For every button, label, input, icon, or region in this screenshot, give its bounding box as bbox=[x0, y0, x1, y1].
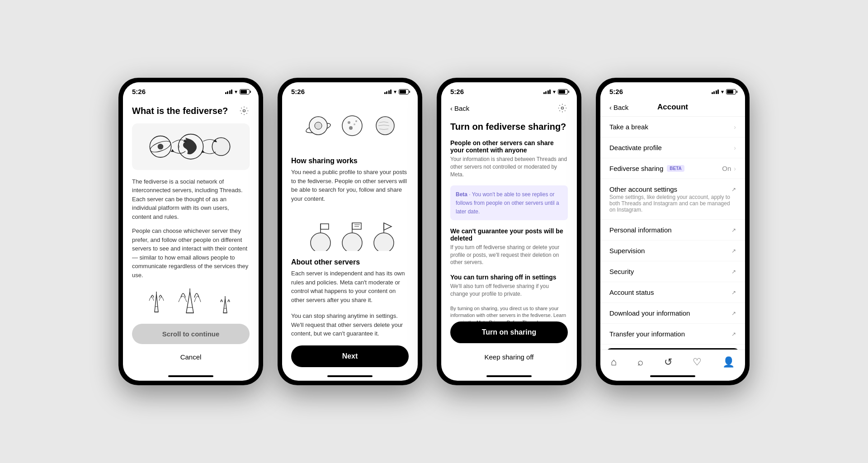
svg-point-20 bbox=[354, 123, 355, 125]
battery-icon-3 bbox=[558, 89, 568, 94]
menu-item-take-a-break[interactable]: Take a break › bbox=[600, 117, 745, 137]
signal-icon-3 bbox=[543, 90, 551, 94]
planets-illustration bbox=[291, 102, 409, 150]
wifi-icon-1: ▾ bbox=[235, 89, 237, 95]
back-button-3[interactable]: ‹ Back bbox=[450, 104, 469, 112]
legal-text: By turning on sharing, you direct us to … bbox=[450, 305, 568, 321]
chevron-right-icon-2: › bbox=[734, 144, 736, 151]
chevron-right-icon-3: › bbox=[734, 165, 736, 172]
home-nav-icon[interactable]: ⌂ bbox=[605, 354, 622, 370]
status-icons-2: ▾ bbox=[384, 89, 409, 95]
menu-item-security[interactable]: Security ↗ bbox=[600, 261, 745, 282]
phone4-nav: ⌂ ⌕ ↺ ♡ 👤 bbox=[600, 350, 745, 372]
svg-point-18 bbox=[342, 116, 362, 136]
menu-item-transfer-info[interactable]: Transfer your information ↗ bbox=[600, 324, 745, 345]
svg-point-3 bbox=[158, 144, 164, 150]
profile-nav-icon[interactable]: 👤 bbox=[717, 354, 740, 370]
keep-sharing-off-button[interactable]: Keep sharing off bbox=[450, 348, 568, 366]
settings-icon-3[interactable] bbox=[557, 103, 568, 113]
home-bar-1 bbox=[123, 372, 259, 381]
phone1-desc1: The fediverse is a social network of int… bbox=[132, 177, 250, 222]
status-icons-3: ▾ bbox=[543, 89, 568, 95]
signal-icon-2 bbox=[384, 90, 392, 94]
battery-icon-4 bbox=[726, 89, 736, 94]
phone2-section2-title: About other servers bbox=[291, 258, 409, 266]
svg-point-32 bbox=[374, 233, 394, 251]
phone3-title: Turn on fediverse sharing? bbox=[450, 122, 568, 132]
status-icons-1: ▾ bbox=[225, 89, 250, 95]
back-button-4[interactable]: ‹ Back bbox=[609, 104, 637, 111]
search-nav-icon[interactable]: ⌕ bbox=[632, 354, 649, 370]
sharing-item-2-text: If you turn off fediverse sharing or del… bbox=[450, 244, 568, 266]
svg-point-34 bbox=[561, 107, 564, 109]
svg-point-0 bbox=[243, 110, 245, 112]
menu-item-account-status[interactable]: Account status ↗ bbox=[600, 282, 745, 303]
svg-point-22 bbox=[355, 120, 357, 122]
notifications-nav-icon[interactable]: ♡ bbox=[687, 354, 707, 370]
battery-icon-2 bbox=[399, 89, 409, 94]
status-bar-1: 5:26 ▾ bbox=[123, 82, 259, 98]
chevron-left-icon-3: ‹ bbox=[450, 104, 453, 112]
external-link-icon-7: ↗ bbox=[731, 331, 736, 337]
phone-2: 5:26 ▾ bbox=[278, 78, 422, 385]
phone4-header: ‹ Back Account bbox=[600, 98, 745, 117]
settings-icon[interactable] bbox=[239, 105, 250, 116]
fediverse-illustration bbox=[132, 123, 250, 170]
download-info-label: Download your information bbox=[609, 309, 690, 317]
other-settings-sublabel: Some settings, like deleting your accoun… bbox=[609, 194, 731, 213]
phone-1: 5:26 ▾ What is the fediverse? bbox=[118, 78, 263, 385]
sharing-item-2-title: We can't guarantee your posts will be de… bbox=[450, 227, 568, 242]
tower-illustration bbox=[132, 285, 250, 317]
beta-label: Beta bbox=[456, 191, 467, 198]
phone2-section2-text2: You can stop sharing anytime in settings… bbox=[291, 312, 409, 338]
menu-item-other-settings[interactable]: Other account settings Some settings, li… bbox=[600, 179, 745, 220]
fediverse-sharing-label: Fediverse sharing bbox=[609, 165, 663, 172]
cancel-link-1[interactable]: Cancel bbox=[132, 350, 250, 364]
menu-item-supervision[interactable]: Supervision ↗ bbox=[600, 241, 745, 261]
back-label-4: Back bbox=[613, 104, 628, 111]
menu-item-download-info[interactable]: Download your information ↗ bbox=[600, 303, 745, 324]
signal-icon-4 bbox=[712, 90, 719, 94]
sharing-item-3-title: You can turn sharing off in settings bbox=[450, 274, 568, 281]
fediverse-on-value: On bbox=[722, 165, 731, 172]
status-time-4: 5:26 bbox=[609, 88, 623, 95]
menu-item-deactivate[interactable]: Deactivate profile › bbox=[600, 137, 745, 158]
beta-text: · You won't be able to see replies or fo… bbox=[456, 191, 559, 215]
scroll-continue-button[interactable]: Scroll to continue bbox=[132, 324, 250, 344]
battery-icon-1 bbox=[240, 89, 250, 94]
sharing-item-3-text: We'll also turn off fediverse sharing if… bbox=[450, 283, 568, 298]
flags-illustration bbox=[291, 210, 409, 251]
menu-item-fediverse[interactable]: Fediverse sharing BETA On › bbox=[600, 158, 745, 179]
status-icons-4: ▾ bbox=[712, 89, 736, 95]
status-time-1: 5:26 bbox=[132, 88, 146, 95]
status-bar-2: 5:26 ▾ bbox=[282, 82, 418, 98]
wifi-icon-3: ▾ bbox=[553, 89, 556, 95]
next-button[interactable]: Next bbox=[291, 345, 409, 367]
svg-point-21 bbox=[349, 126, 353, 130]
take-a-break-label: Take a break bbox=[609, 123, 648, 131]
turn-on-sharing-button[interactable]: Turn on sharing bbox=[450, 321, 568, 343]
sharing-item-1-title: People on other servers can share your c… bbox=[450, 139, 568, 154]
phone2-section1-title: How sharing works bbox=[291, 157, 409, 165]
external-link-icon-1: ↗ bbox=[731, 186, 736, 193]
signal-icon-1 bbox=[225, 90, 233, 94]
status-time-2: 5:26 bbox=[291, 88, 305, 95]
compose-nav-icon[interactable]: ↺ bbox=[659, 354, 678, 370]
chevron-right-icon: › bbox=[734, 123, 736, 131]
sharing-item-1: People on other servers can share your c… bbox=[450, 139, 568, 178]
svg-point-24 bbox=[311, 233, 330, 251]
menu-item-personal-info[interactable]: Personal information ↗ bbox=[600, 220, 745, 241]
beta-notice: Beta · You won't be able to see replies … bbox=[450, 185, 568, 220]
phone3-header: ‹ Back bbox=[441, 98, 577, 118]
other-settings-label: Other account settings bbox=[609, 185, 731, 193]
security-label: Security bbox=[609, 268, 634, 275]
external-link-icon-2: ↗ bbox=[731, 227, 736, 233]
svg-point-17 bbox=[315, 122, 322, 129]
sharing-item-2: We can't guarantee your posts will be de… bbox=[450, 227, 568, 266]
phone-3: 5:26 ▾ ‹ Back bbox=[437, 78, 581, 385]
deactivate-label: Deactivate profile bbox=[609, 144, 662, 151]
external-link-icon-4: ↗ bbox=[731, 269, 736, 275]
external-link-icon-5: ↗ bbox=[731, 289, 736, 296]
back-label-3: Back bbox=[454, 104, 469, 112]
svg-rect-26 bbox=[321, 224, 329, 229]
